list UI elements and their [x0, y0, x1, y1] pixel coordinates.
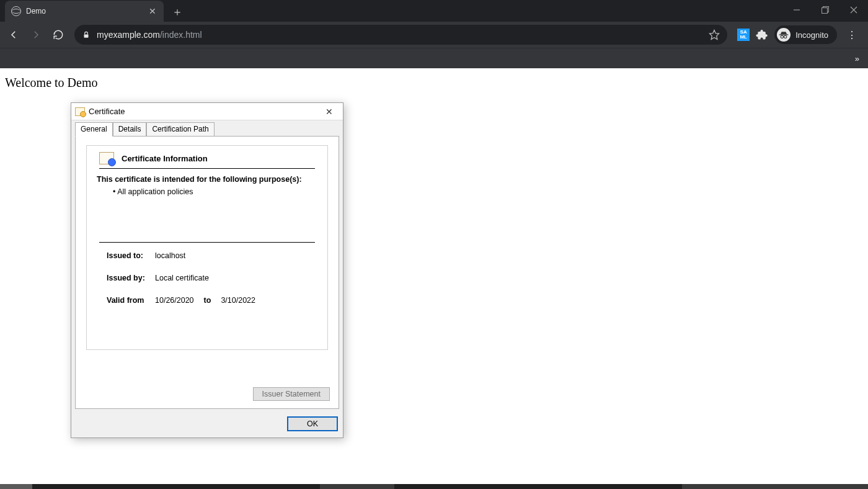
globe-icon: [11, 6, 21, 16]
reload-button[interactable]: [48, 25, 68, 45]
dialog-footer: OK: [71, 413, 343, 437]
browser-tab[interactable]: Demo ✕: [5, 1, 164, 22]
issued-to-value: localhost: [155, 251, 185, 260]
tab-title: Demo: [26, 7, 143, 16]
dialog-titlebar[interactable]: Certificate ✕: [71, 103, 343, 120]
svg-marker-6: [710, 30, 719, 40]
dialog-tabs: General Details Certification Path: [71, 120, 343, 136]
issued-to-label: Issued to:: [107, 251, 148, 260]
certificate-dialog: Certificate ✕ General Details Certificat…: [71, 102, 343, 438]
bookmark-overflow-icon[interactable]: »: [855, 54, 859, 63]
certificate-info-frame: Certificate Information This certificate…: [86, 145, 328, 350]
svg-point-9: [784, 35, 787, 38]
separator: [99, 242, 315, 243]
valid-to-value: 3/10/2022: [221, 296, 255, 305]
browser-toolbar: myexample.com/index.html SA ML Incognito…: [0, 22, 868, 48]
browser-titlebar: Demo ✕ ＋: [0, 0, 868, 22]
browser-menu-button[interactable]: ⋮: [843, 25, 861, 45]
saml-extension-icon[interactable]: SA ML: [737, 29, 750, 41]
lock-icon: [82, 30, 91, 39]
purpose-item: All application policies: [113, 187, 317, 196]
valid-from-value: 10/26/2020: [155, 296, 194, 305]
incognito-indicator[interactable]: Incognito: [774, 25, 837, 44]
bookmark-star-icon[interactable]: [709, 29, 720, 40]
taskbar-strip: [0, 484, 868, 489]
window-controls: [782, 0, 868, 20]
svg-point-8: [781, 35, 783, 38]
svg-rect-7: [779, 34, 789, 35]
bookmark-bar: »: [0, 48, 868, 68]
svg-rect-5: [84, 34, 89, 37]
valid-from-label: Valid from: [107, 296, 148, 305]
tab-details[interactable]: Details: [113, 122, 147, 137]
tab-general[interactable]: General: [75, 122, 113, 137]
issuer-statement-button: Issuer Statement: [253, 387, 330, 401]
new-tab-button[interactable]: ＋: [169, 3, 186, 20]
address-bar[interactable]: myexample.com/index.html: [74, 25, 727, 45]
purpose-list: All application policies: [113, 187, 317, 196]
url-text: myexample.com/index.html: [97, 30, 702, 40]
certificate-large-icon: [99, 152, 114, 164]
issued-by-value: Local certificate: [155, 274, 209, 282]
issued-by-label: Issued by:: [107, 274, 148, 282]
extension-icons: SA ML Incognito ⋮: [733, 25, 864, 45]
purpose-intro: This certificate is intended for the fol…: [97, 175, 317, 184]
close-tab-icon[interactable]: ✕: [148, 6, 157, 16]
incognito-icon: [777, 28, 790, 42]
certificate-info-heading: Certificate Information: [122, 154, 208, 163]
tab-certification-path[interactable]: Certification Path: [146, 122, 214, 137]
ok-button[interactable]: OK: [287, 416, 338, 431]
dialog-close-button[interactable]: ✕: [319, 104, 339, 119]
close-window-button[interactable]: [839, 0, 868, 20]
certificate-icon: [75, 107, 85, 116]
maximize-button[interactable]: [811, 0, 839, 20]
page-viewport: Welcome to Demo Certificate ✕ General De…: [0, 68, 868, 484]
url-path: /index.html: [160, 30, 202, 40]
tab-panel-general: Certificate Information This certificate…: [75, 136, 339, 409]
url-host: myexample.com: [97, 30, 160, 40]
minimize-button[interactable]: [782, 0, 811, 20]
dialog-title: Certificate: [89, 107, 319, 116]
incognito-label: Incognito: [795, 30, 828, 40]
page-heading: Welcome to Demo: [0, 68, 868, 97]
extensions-icon[interactable]: [756, 29, 768, 41]
forward-button[interactable]: [26, 25, 46, 45]
svg-rect-2: [822, 8, 828, 14]
valid-to-separator: to: [204, 296, 211, 305]
back-button[interactable]: [4, 25, 24, 45]
